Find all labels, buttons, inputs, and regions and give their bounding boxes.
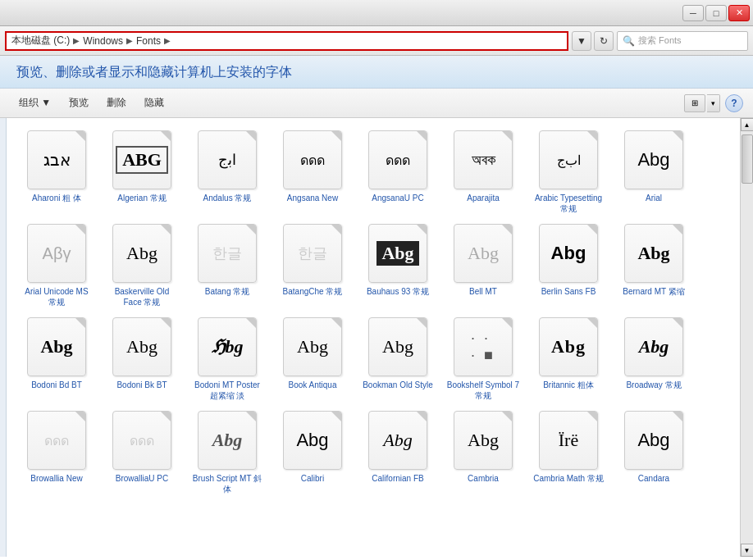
path-part-drive[interactable]: 本地磁盘 (C:) bbox=[11, 34, 70, 48]
font-item-angsana[interactable]: ดดดAngsana New bbox=[272, 126, 353, 216]
minimize-button[interactable]: ─ bbox=[682, 5, 704, 21]
font-item-arial[interactable]: AbgArial bbox=[614, 126, 694, 216]
font-item-britannic[interactable]: AbgBritannic 粗体 bbox=[528, 313, 609, 403]
address-path[interactable]: 本地磁盘 (C:) ▶ Windows ▶ Fonts ▶ bbox=[5, 31, 568, 51]
fonts-grid-wrap: אבגAharoni 粗 体ABGAlgerian 常规ﺍﺑﺝAndalus 常… bbox=[7, 118, 740, 557]
font-item-cambria[interactable]: AbgCambria bbox=[443, 407, 523, 497]
font-item-aparajita[interactable]: অবকAparajita bbox=[443, 126, 523, 216]
font-icon-britannic: Abg bbox=[539, 317, 598, 376]
font-icon-aharoni: אבג bbox=[27, 130, 86, 189]
font-item-browalliau[interactable]: ดดดBrowalliaU PC bbox=[102, 407, 182, 497]
path-arrow-2: ▶ bbox=[126, 36, 133, 45]
font-name-angsanaupc: AngsanaU PC bbox=[372, 193, 423, 203]
path-part-fonts[interactable]: Fonts bbox=[136, 35, 161, 47]
font-item-bellmt[interactable]: AbgBell MT bbox=[443, 220, 523, 310]
font-item-brushscript[interactable]: AbgBrush Script MT 斜体 bbox=[187, 407, 267, 497]
font-item-arialunicode[interactable]: ΑβγArial Unicode MS 常规 bbox=[16, 220, 97, 310]
delete-button[interactable]: 删除 bbox=[98, 92, 135, 115]
font-item-californian[interactable]: AbgCalifornian FB bbox=[358, 407, 438, 497]
font-item-batangche[interactable]: 한글BatangChe 常规 bbox=[272, 220, 353, 310]
font-item-bodonibkbt[interactable]: AbgBodoni Bk BT bbox=[102, 313, 182, 403]
font-icon-aparajita: অবক bbox=[454, 130, 513, 189]
font-icon-brushscript: Abg bbox=[198, 411, 257, 470]
font-name-bookmanoldstyle: Bookman Old Style bbox=[363, 380, 433, 390]
font-item-baskerville[interactable]: AbgBaskerville Old Face 常规 bbox=[102, 220, 182, 310]
font-item-andalus[interactable]: ﺍﺑﺝAndalus 常规 bbox=[187, 126, 267, 216]
font-item-bodonimtposter[interactable]: ℌbgBodoni MT Poster 超紧缩 淡 bbox=[187, 313, 267, 403]
view-dropdown-button[interactable]: ▾ bbox=[707, 94, 720, 112]
font-icon-bookantiqua: Abg bbox=[283, 317, 342, 376]
font-name-bauhaus93: Bauhaus 93 常规 bbox=[367, 286, 429, 297]
font-icon-browallianew: ดดด bbox=[27, 411, 86, 470]
font-icon-bauhaus93: Abg bbox=[368, 224, 427, 283]
font-item-aharoni[interactable]: אבגAharoni 粗 体 bbox=[16, 126, 97, 216]
font-name-arialunicode: Arial Unicode MS 常规 bbox=[20, 286, 94, 307]
font-name-browalliau: BrowalliaU PC bbox=[116, 473, 168, 484]
scroll-thumb[interactable] bbox=[742, 134, 753, 184]
font-item-bernardmt[interactable]: AbgBernard MT 紧缩 bbox=[614, 220, 694, 310]
view-icon-button[interactable]: ⊞ bbox=[684, 94, 705, 112]
font-item-bookmanoldstyle[interactable]: AbgBookman Old Style bbox=[358, 313, 438, 403]
font-name-bellmt: Bell MT bbox=[469, 286, 497, 297]
font-name-baskerville: Baskerville Old Face 常规 bbox=[105, 286, 179, 307]
scroll-up-button[interactable]: ▲ bbox=[741, 118, 754, 131]
font-name-candara: Candara bbox=[638, 473, 669, 484]
font-icon-browalliau: ดดด bbox=[112, 411, 171, 470]
font-name-browallianew: Browallia New bbox=[30, 473, 82, 484]
scroll-track[interactable] bbox=[741, 131, 754, 544]
search-box[interactable]: 🔍 搜索 Fonts bbox=[617, 31, 748, 51]
font-item-batang[interactable]: 한글Batang 常规 bbox=[187, 220, 267, 310]
left-panel bbox=[0, 118, 7, 557]
font-icon-bodonimtposter: ℌbg bbox=[198, 317, 257, 376]
font-item-bodonibdbt[interactable]: AbgBodoni Bd BT bbox=[16, 313, 97, 403]
font-name-cambria: Cambria bbox=[468, 473, 499, 484]
font-icon-bookshelf7: · ·· ■ bbox=[454, 317, 513, 376]
font-icon-californian: Abg bbox=[368, 411, 427, 470]
font-icon-batang: 한글 bbox=[198, 224, 257, 283]
font-item-bauhaus93[interactable]: AbgBauhaus 93 常规 bbox=[358, 220, 438, 310]
font-name-broadway: Broadway 常规 bbox=[626, 380, 681, 390]
hide-button[interactable]: 隐藏 bbox=[135, 92, 173, 115]
view-buttons: ⊞ ▾ bbox=[684, 94, 720, 112]
font-item-browallianew[interactable]: ดดดBrowallia New bbox=[16, 407, 97, 497]
fonts-grid: אבגAharoni 粗 体ABGAlgerian 常规ﺍﺑﺝAndalus 常… bbox=[16, 126, 730, 497]
font-item-cambriamath[interactable]: ÏrëCambria Math 常规 bbox=[528, 407, 609, 497]
font-item-bookantiqua[interactable]: AbgBook Antiqua bbox=[272, 313, 353, 403]
font-name-aharoni: Aharoni 粗 体 bbox=[32, 193, 81, 203]
font-item-candara[interactable]: AbgCandara bbox=[614, 407, 694, 497]
path-part-windows[interactable]: Windows bbox=[83, 35, 123, 47]
font-item-algerian[interactable]: ABGAlgerian 常规 bbox=[102, 126, 182, 216]
font-icon-calibri: Abg bbox=[283, 411, 342, 470]
close-button[interactable]: ✕ bbox=[728, 5, 750, 21]
font-icon-arialunicode: Αβγ bbox=[27, 224, 86, 283]
page-header: 预览、删除或者显示和隐藏计算机上安装的字体 bbox=[0, 56, 753, 89]
font-name-andalus: Andalus 常规 bbox=[203, 193, 252, 203]
font-icon-andalus: ﺍﺑﺝ bbox=[198, 130, 257, 189]
preview-button[interactable]: 预览 bbox=[60, 92, 98, 115]
font-name-bodonibdbt: Bodoni Bd BT bbox=[31, 380, 82, 390]
search-icon: 🔍 bbox=[623, 35, 635, 47]
font-icon-bellmt: Abg bbox=[454, 224, 513, 283]
font-icon-angsana: ดดด bbox=[283, 130, 342, 189]
font-item-calibri[interactable]: AbgCalibri bbox=[272, 407, 353, 497]
font-item-bookshelf7[interactable]: · ·· ■Bookshelf Symbol 7 常规 bbox=[443, 313, 523, 403]
scrollbar: ▲ ▼ bbox=[740, 118, 753, 557]
font-item-arabic[interactable]: ﺍﺏﺝArabic Typesetting 常规 bbox=[528, 126, 609, 216]
maximize-button[interactable]: □ bbox=[705, 5, 727, 21]
font-name-aparajita: Aparajita bbox=[467, 193, 499, 203]
font-item-broadway[interactable]: AbgBroadway 常规 bbox=[614, 313, 694, 403]
font-item-angsanaupc[interactable]: ดดดAngsanaU PC bbox=[358, 126, 438, 216]
font-name-algerian: Algerian 常规 bbox=[117, 193, 166, 203]
address-controls: ▼ ↻ bbox=[572, 31, 614, 51]
font-item-berlinsans[interactable]: AbgBerlin Sans FB bbox=[528, 220, 609, 310]
font-name-bodonimtposter: Bodoni MT Poster 超紧缩 淡 bbox=[190, 380, 264, 401]
dropdown-button[interactable]: ▼ bbox=[572, 31, 591, 51]
organize-button[interactable]: 组织 ▼ bbox=[10, 92, 60, 115]
scroll-down-button[interactable]: ▼ bbox=[741, 544, 754, 557]
font-name-bookshelf7: Bookshelf Symbol 7 常规 bbox=[446, 380, 520, 401]
font-icon-broadway: Abg bbox=[624, 317, 683, 376]
font-name-brushscript: Brush Script MT 斜体 bbox=[190, 473, 264, 494]
window-controls: ─ □ ✕ bbox=[682, 5, 750, 21]
help-button[interactable]: ? bbox=[725, 94, 743, 112]
refresh-button[interactable]: ↻ bbox=[594, 31, 614, 51]
